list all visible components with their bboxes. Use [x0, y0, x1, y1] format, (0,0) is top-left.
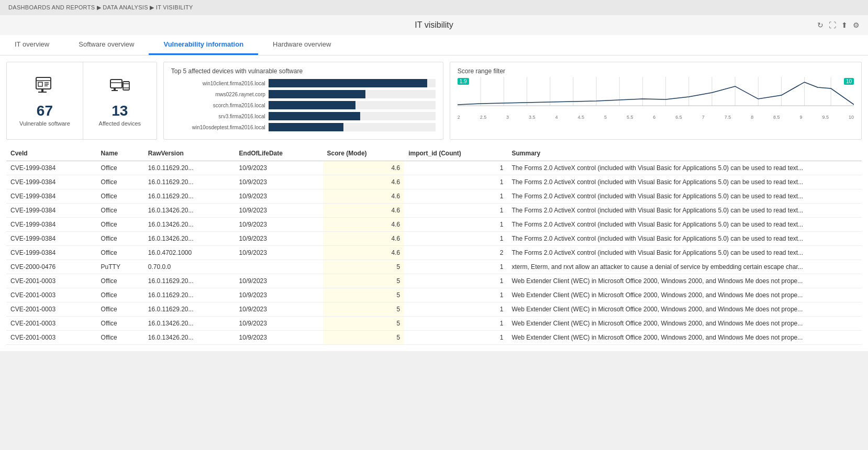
col-cve-id[interactable]: CveId — [6, 146, 97, 161]
toolbar-icons: ↻ ⛶ ⬆ ⚙ — [817, 21, 860, 29]
cell-summary: xterm, Eterm, and rxvt allow an attacker… — [507, 260, 862, 274]
cell-count: 1 — [404, 331, 507, 345]
cell-end-of-life: 10/9/2023 — [235, 175, 323, 189]
bar-track — [269, 79, 436, 87]
col-name[interactable]: Name — [97, 146, 144, 161]
cell-name: Office — [97, 331, 144, 345]
table-row[interactable]: CVE-1999-0384 Office 16.0.13426.20... 10… — [6, 218, 862, 232]
expand-icon[interactable]: ⛶ — [829, 21, 836, 29]
cell-count: 1 — [404, 189, 507, 204]
sparkline-labels: 22.533.544.5 55.566.577.5 88.599.510 — [458, 115, 854, 120]
score-range-title: Score range filter — [458, 68, 854, 75]
table-row[interactable]: CVE-2001-0003 Office 16.0.11629.20... 10… — [6, 274, 862, 288]
cell-count: 1 — [404, 218, 507, 232]
col-import-id[interactable]: import_id (Count) — [404, 146, 507, 161]
table-row[interactable]: CVE-2001-0003 Office 16.0.11629.20... 10… — [6, 288, 862, 302]
cell-end-of-life: 10/9/2023 — [235, 288, 323, 302]
main-content: 67 Vulnerable software 13 Affec — [0, 55, 868, 351]
settings-icon[interactable]: ⚙ — [853, 21, 860, 29]
cell-end-of-life: 10/9/2023 — [235, 331, 323, 345]
cell-end-of-life: 10/9/2023 — [235, 189, 323, 204]
table-row[interactable]: CVE-2001-0003 Office 16.0.13426.20... 10… — [6, 331, 862, 345]
cell-end-of-life: 10/9/2023 — [235, 161, 323, 175]
cell-raw-version: 16.0.11629.20... — [144, 274, 235, 288]
cell-count: 1 — [404, 204, 507, 218]
cell-end-of-life: 10/9/2023 — [235, 246, 323, 260]
bar-fill — [269, 101, 355, 109]
sparkline-svg — [458, 77, 854, 111]
bar-fill — [269, 79, 427, 87]
export-icon[interactable]: ⬆ — [841, 21, 848, 29]
table-row[interactable]: CVE-2000-0476 PuTTY 0.70.0.0 5 1 xterm, … — [6, 260, 862, 274]
cell-count: 1 — [404, 161, 507, 175]
data-table-wrapper: CveId Name RawVersion EndOfLifeDate Scor… — [6, 146, 862, 345]
table-body: CVE-1999-0384 Office 16.0.11629.20... 10… — [6, 161, 862, 345]
cell-summary: Web Extender Client (WEC) in Microsoft O… — [507, 288, 862, 302]
cell-end-of-life: 10/9/2023 — [235, 302, 323, 317]
software-icon — [34, 75, 55, 99]
cell-name: Office — [97, 218, 144, 232]
col-raw-version[interactable]: RawVersion — [144, 146, 235, 161]
cell-score: 5 — [323, 260, 405, 274]
svg-rect-4 — [38, 82, 42, 86]
cell-end-of-life: 10/9/2023 — [235, 204, 323, 218]
bar-label: win10osdeptest.firma2016.local — [171, 125, 265, 130]
bar-track — [269, 112, 436, 120]
vulnerable-software-count: 67 — [37, 103, 53, 119]
table-row[interactable]: CVE-2001-0003 Office 16.0.11629.20... 10… — [6, 302, 862, 317]
col-score[interactable]: Score (Mode) — [323, 146, 405, 161]
tab-hardware-overview[interactable]: Hardware overview — [258, 35, 346, 55]
cell-count: 1 — [404, 274, 507, 288]
cell-score: 5 — [323, 274, 405, 288]
cell-end-of-life — [235, 260, 323, 274]
table-row[interactable]: CVE-1999-0384 Office 16.0.11629.20... 10… — [6, 161, 862, 175]
score-max-badge: 10 — [844, 78, 854, 85]
table-row[interactable]: CVE-1999-0384 Office 16.0.4702.1000 10/9… — [6, 246, 862, 260]
cell-cve-id: CVE-2001-0003 — [6, 302, 97, 317]
table-row[interactable]: CVE-1999-0384 Office 16.0.13426.20... 10… — [6, 232, 862, 246]
cell-end-of-life: 10/9/2023 — [235, 218, 323, 232]
table-row[interactable]: CVE-1999-0384 Office 16.0.11629.20... 10… — [6, 175, 862, 189]
cell-score: 5 — [323, 331, 405, 345]
cell-cve-id: CVE-1999-0384 — [6, 204, 97, 218]
vulnerable-software-label: Vulnerable software — [19, 120, 70, 127]
tab-it-overview[interactable]: IT overview — [0, 35, 64, 55]
table-row[interactable]: CVE-1999-0384 Office 16.0.13426.20... 10… — [6, 204, 862, 218]
cell-cve-id: CVE-1999-0384 — [6, 218, 97, 232]
cell-count: 1 — [404, 260, 507, 274]
tab-software-overview[interactable]: Software overview — [64, 35, 149, 55]
top-section: 67 Vulnerable software 13 Affec — [6, 62, 862, 140]
cell-cve-id: CVE-2000-0476 — [6, 260, 97, 274]
cell-raw-version: 16.0.13426.20... — [144, 204, 235, 218]
page-title: IT visibility — [415, 20, 453, 30]
score-range-section: Score range filter 1.9 10 — [450, 62, 862, 140]
cell-summary: Web Extender Client (WEC) in Microsoft O… — [507, 274, 862, 288]
bar-label: mws0226.raynet.corp — [171, 92, 265, 97]
tab-vulnerability-information[interactable]: Vulnerability information — [149, 35, 258, 55]
cell-raw-version: 16.0.11629.20... — [144, 288, 235, 302]
stat-cards: 67 Vulnerable software 13 Affec — [6, 62, 157, 140]
refresh-icon[interactable]: ↻ — [817, 21, 824, 29]
table-row[interactable]: CVE-2001-0003 Office 16.0.13426.20... 10… — [6, 317, 862, 331]
cell-name: Office — [97, 302, 144, 317]
cell-cve-id: CVE-2001-0003 — [6, 317, 97, 331]
bar-track — [269, 90, 436, 98]
cell-name: Office — [97, 246, 144, 260]
page-title-bar: IT visibility ↻ ⛶ ⬆ ⚙ — [0, 15, 868, 35]
cell-score: 4.6 — [323, 204, 405, 218]
bar-row: srv3.firma2016.local — [171, 112, 436, 120]
table-header-row: CveId Name RawVersion EndOfLifeDate Scor… — [6, 146, 862, 161]
devices-icon — [109, 75, 130, 99]
bar-label: srv3.firma2016.local — [171, 114, 265, 119]
cell-cve-id: CVE-2001-0003 — [6, 288, 97, 302]
cell-raw-version: 16.0.11629.20... — [144, 302, 235, 317]
col-end-of-life[interactable]: EndOfLifeDate — [235, 146, 323, 161]
cell-raw-version: 16.0.11629.20... — [144, 175, 235, 189]
col-summary[interactable]: Summary — [507, 146, 862, 161]
cell-cve-id: CVE-1999-0384 — [6, 189, 97, 204]
vulnerable-software-card: 67 Vulnerable software — [7, 62, 83, 139]
cell-score: 4.6 — [323, 232, 405, 246]
table-row[interactable]: CVE-1999-0384 Office 16.0.11629.20... 10… — [6, 189, 862, 204]
cell-score: 4.6 — [323, 189, 405, 204]
cell-name: PuTTY — [97, 260, 144, 274]
